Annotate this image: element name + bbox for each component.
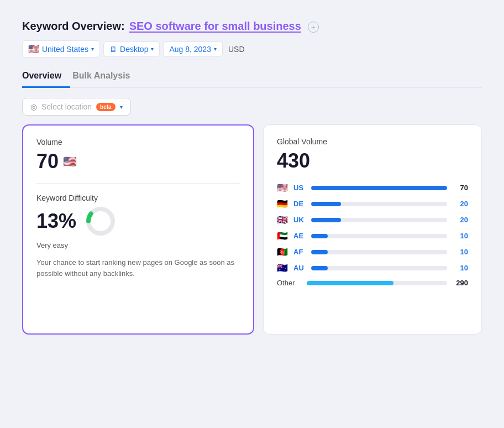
- country-flag: 🇦🇺: [277, 263, 289, 273]
- bar-fill: [311, 250, 328, 254]
- country-count: 10: [452, 264, 468, 272]
- bar-container: [311, 266, 447, 270]
- device-chevron-icon: ▾: [151, 46, 154, 52]
- bar-container: [311, 218, 447, 222]
- keyword-value: SEO software for small business: [129, 20, 301, 33]
- country-row: 🇬🇧 UK 20: [277, 215, 468, 225]
- country-count: 20: [452, 216, 468, 224]
- country-code: DE: [293, 200, 307, 208]
- other-count: 290: [452, 279, 468, 287]
- page-container: Keyword Overview: SEO software for small…: [11, 11, 493, 343]
- other-bar-container: [307, 281, 447, 285]
- country-row: 🇩🇪 DE 20: [277, 199, 468, 209]
- location-placeholder: Select location: [41, 102, 92, 111]
- country-count: 10: [452, 232, 468, 240]
- difficulty-description: Your chance to start ranking new pages o…: [36, 257, 240, 279]
- country-flag: 🇩🇪: [277, 199, 289, 209]
- location-pin-icon: ◎: [30, 102, 37, 111]
- tab-overview[interactable]: Overview: [22, 66, 70, 88]
- country-row: 🇺🇸 US 70: [277, 182, 468, 193]
- difficulty-label: Keyword Difficulty: [36, 194, 240, 202]
- bar-fill: [311, 202, 341, 206]
- other-label: Other: [277, 279, 302, 287]
- global-volume-value: 430: [277, 149, 468, 173]
- country-row: 🇦🇪 AE 10: [277, 231, 468, 241]
- country-code: UK: [293, 216, 307, 224]
- bar-container: [311, 186, 447, 190]
- country-count: 70: [452, 184, 468, 192]
- country-code: US: [293, 184, 307, 192]
- volume-value-row: 70 🇺🇸: [36, 150, 240, 173]
- global-volume-card: Global Volume 430 🇺🇸 US 70 🇩🇪 DE 20 🇬🇧 U…: [263, 124, 482, 335]
- difficulty-donut-chart: [85, 206, 116, 237]
- tabs: Overview Bulk Analysis: [22, 66, 482, 88]
- bar-container: [311, 234, 447, 238]
- country-flag: 🇦🇫: [277, 247, 289, 257]
- country-flag: 🇦🇪: [277, 231, 289, 241]
- location-chevron-icon: ▾: [120, 104, 123, 110]
- card-divider: [36, 183, 240, 184]
- volume-flag: 🇺🇸: [63, 155, 77, 168]
- difficulty-value: 13%: [36, 210, 76, 233]
- other-bar-fill: [307, 281, 393, 285]
- bar-container: [311, 202, 447, 206]
- country-filter[interactable]: 🇺🇸 United States ▾: [22, 40, 100, 58]
- volume-section: Volume 70 🇺🇸: [36, 138, 240, 173]
- global-volume-label: Global Volume: [277, 137, 468, 146]
- cards-container: Volume 70 🇺🇸 Keyword Difficulty 13%: [22, 124, 482, 335]
- add-keyword-button[interactable]: +: [308, 22, 319, 33]
- volume-difficulty-card: Volume 70 🇺🇸 Keyword Difficulty 13%: [22, 124, 254, 335]
- country-code: AU: [293, 264, 307, 272]
- difficulty-section: Keyword Difficulty 13% Very easy Your ch…: [36, 194, 240, 279]
- keyword-overview-label: Keyword Overview:: [22, 20, 125, 33]
- date-chevron-icon: ▾: [214, 46, 217, 52]
- device-filter[interactable]: 🖥 Desktop ▾: [103, 41, 160, 57]
- country-flag: 🇺🇸: [28, 44, 39, 54]
- tab-bulk-analysis[interactable]: Bulk Analysis: [70, 66, 139, 88]
- date-label: Aug 8, 2023: [169, 45, 211, 54]
- country-label: United States: [42, 45, 88, 54]
- country-row: 🇦🇺 AU 10: [277, 263, 468, 273]
- beta-badge: beta: [96, 103, 116, 111]
- country-rows: 🇺🇸 US 70 🇩🇪 DE 20 🇬🇧 UK 20 🇦🇪 AE: [277, 182, 468, 273]
- other-row: Other 290: [277, 279, 468, 287]
- country-count: 20: [452, 200, 468, 208]
- country-code: AE: [293, 232, 307, 240]
- bar-container: [311, 250, 447, 254]
- date-filter[interactable]: Aug 8, 2023 ▾: [163, 41, 223, 57]
- bar-fill: [311, 266, 328, 270]
- country-count: 10: [452, 248, 468, 256]
- monitor-icon: 🖥: [109, 45, 117, 54]
- country-chevron-icon: ▾: [91, 46, 94, 52]
- country-code: AF: [293, 248, 307, 256]
- location-selector[interactable]: ◎ Select location beta ▾: [22, 98, 131, 116]
- filter-bar: 🇺🇸 United States ▾ 🖥 Desktop ▾ Aug 8, 20…: [22, 40, 482, 58]
- bar-fill: [311, 186, 447, 190]
- volume-value: 70: [36, 150, 59, 173]
- country-flag: 🇬🇧: [277, 215, 289, 225]
- difficulty-rating: Very easy: [36, 241, 240, 249]
- currency-label: USD: [226, 42, 247, 56]
- country-row: 🇦🇫 AF 10: [277, 247, 468, 257]
- country-flag: 🇺🇸: [277, 182, 289, 193]
- bar-fill: [311, 218, 341, 222]
- difficulty-value-row: 13%: [36, 206, 240, 237]
- volume-label: Volume: [36, 138, 240, 147]
- device-label: Desktop: [120, 45, 148, 54]
- bar-fill: [311, 234, 328, 238]
- header: Keyword Overview: SEO software for small…: [22, 20, 482, 33]
